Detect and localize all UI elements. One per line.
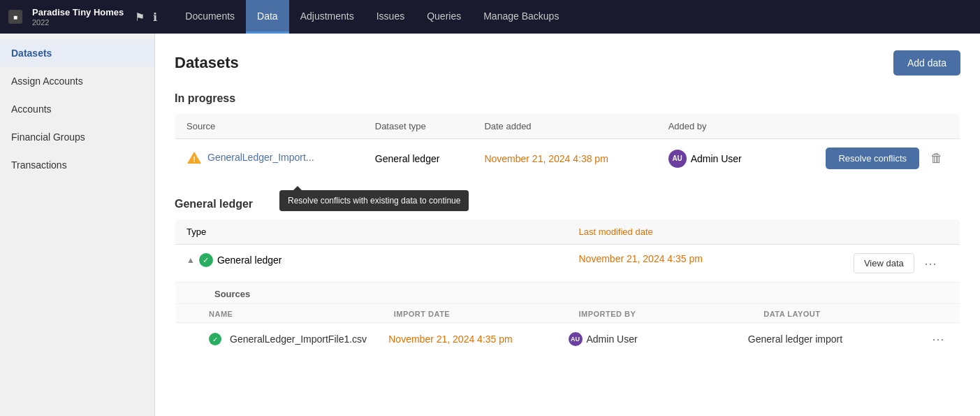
gl-row: ▲ ✓ General ledger November 21, 2024 4:3… — [175, 245, 960, 282]
col-date-added: Date added — [473, 114, 657, 139]
gl-table: Type Last modified date ▲ ✓ General ledg… — [175, 219, 960, 356]
source-imported-by: AU Admin User — [569, 332, 748, 346]
delete-row-button[interactable]: 🗑 — [925, 148, 949, 168]
gl-type-name: General ledger — [217, 254, 282, 266]
source-file-name: GeneralLedger_ImportFile1.csv — [230, 333, 367, 345]
sources-col-headers: NAME IMPORT DATE IMPORTED BY DATA LAYOUT — [175, 304, 960, 323]
sources-data-row: ✓ GeneralLedger_ImportFile1.csv November… — [175, 323, 960, 355]
in-progress-section: In progress Source Dataset type Date add… — [175, 92, 960, 178]
sources-col-imported-by: IMPORTED BY — [579, 310, 764, 318]
gl-actions-cell: View data ⋯ — [842, 245, 960, 282]
info-icon[interactable]: ℹ — [153, 10, 157, 24]
general-ledger-section: General ledger Type Last modified date ▲ — [175, 198, 960, 356]
source-file-name-cell: ✓ GeneralLedger_ImportFile1.csv — [209, 333, 388, 345]
sidebar-item-transactions[interactable]: Transactions — [0, 151, 154, 179]
added-by-chip: AU Admin User — [668, 150, 742, 168]
nav-adjustments[interactable]: Adjustments — [289, 0, 365, 34]
top-nav: ■ Paradise Tiny Homes 2022 ⚑ ℹ Documents… — [0, 0, 980, 34]
gl-type-cell: ▲ ✓ General ledger — [175, 245, 568, 282]
in-progress-title: In progress — [175, 92, 960, 105]
source-cell: ! GeneralLedger_Import... — [175, 139, 364, 178]
page-title: Datasets — [175, 54, 239, 72]
gl-col-actions — [842, 220, 960, 245]
col-actions-header — [777, 114, 960, 139]
sources-col-import-date: IMPORT DATE — [394, 310, 579, 318]
source-name[interactable]: GeneralLedger_Import... — [207, 152, 314, 163]
col-added-by: Added by — [657, 114, 777, 139]
layout: Datasets Assign Accounts Accounts Financ… — [0, 34, 980, 416]
sources-title: Sources — [214, 289, 250, 299]
nav-documents[interactable]: Documents — [174, 0, 246, 34]
source-more-options-button[interactable]: ⋯ — [928, 330, 949, 348]
sources-row-container: Sources NAME IMPORT DATE IMPORTED BY DAT… — [175, 282, 960, 356]
gl-col-modified: Last modified date — [568, 220, 842, 245]
in-progress-table: Source Dataset type Date added Added by — [175, 113, 960, 178]
gl-col-type: Type — [175, 220, 568, 245]
source-avatar: AU — [569, 332, 583, 346]
col-dataset-type: Dataset type — [364, 114, 474, 139]
sources-col-name: NAME — [209, 310, 394, 318]
row-actions: Resolve conflicts 🗑 — [789, 148, 949, 169]
avatar: AU — [668, 150, 687, 168]
source-imported-by-name: Admin User — [587, 333, 638, 345]
in-progress-row: ! GeneralLedger_Import... General ledger… — [175, 139, 960, 178]
gl-more-options-button[interactable]: ⋯ — [920, 254, 941, 273]
add-data-button[interactable]: Add data — [893, 50, 960, 76]
resolve-tooltip: Resolve conflicts with existing data to … — [279, 190, 469, 211]
app-logo-icon: ■ — [8, 10, 22, 24]
added-by-name: Admin User — [691, 153, 742, 164]
page-header: Datasets Add data — [175, 50, 960, 76]
svg-text:!: ! — [193, 155, 196, 164]
sidebar-item-accounts[interactable]: Accounts — [0, 95, 154, 123]
source-import-date: November 21, 2024 4:35 pm — [388, 333, 568, 345]
app-title: Paradise Tiny Homes — [32, 7, 124, 18]
sidebar-item-assign-accounts[interactable]: Assign Accounts — [0, 67, 154, 95]
nav-links: Documents Data Adjustments Issues Querie… — [174, 0, 570, 34]
sources-section: Sources NAME IMPORT DATE IMPORTED BY DAT… — [175, 282, 960, 355]
nav-issues[interactable]: Issues — [365, 0, 416, 34]
flag-icon[interactable]: ⚑ — [135, 10, 145, 24]
source-data-layout: General ledger import — [748, 333, 928, 345]
nav-data[interactable]: Data — [246, 0, 289, 34]
source-status-icon: ✓ — [209, 333, 221, 345]
col-source: Source — [175, 114, 364, 139]
app-logo-area: Paradise Tiny Homes 2022 — [32, 7, 124, 27]
sidebar-item-datasets[interactable]: Datasets — [0, 39, 154, 67]
nav-queries[interactable]: Queries — [416, 0, 472, 34]
date-added-cell: November 21, 2024 4:38 pm — [473, 139, 657, 178]
warning-icon: ! — [187, 150, 202, 164]
sources-container-cell: Sources NAME IMPORT DATE IMPORTED BY DAT… — [175, 282, 960, 356]
nav-icon-group: ⚑ ℹ — [135, 10, 157, 24]
gl-modified-cell: November 21, 2024 4:35 pm — [568, 245, 842, 282]
dataset-type-cell: General ledger — [364, 139, 474, 178]
row-actions-cell: Resolve conflicts 🗑 — [777, 139, 960, 178]
app-year: 2022 — [32, 18, 49, 27]
status-check-icon: ✓ — [199, 253, 213, 267]
nav-manage-backups[interactable]: Manage Backups — [472, 0, 570, 34]
main-content: Datasets Add data In progress Source Dat… — [155, 34, 980, 416]
added-by-cell: AU Admin User — [657, 139, 777, 178]
sidebar-item-financial-groups[interactable]: Financial Groups — [0, 123, 154, 151]
gl-row-actions: View data ⋯ — [854, 253, 949, 273]
expand-icon[interactable]: ▲ — [187, 255, 195, 265]
resolve-conflicts-button[interactable]: Resolve conflicts — [826, 148, 919, 169]
view-data-button[interactable]: View data — [854, 253, 914, 273]
source-row-actions: ⋯ — [928, 330, 949, 348]
sources-col-data-layout: DATA LAYOUT — [763, 310, 949, 318]
sidebar: Datasets Assign Accounts Accounts Financ… — [0, 34, 155, 416]
